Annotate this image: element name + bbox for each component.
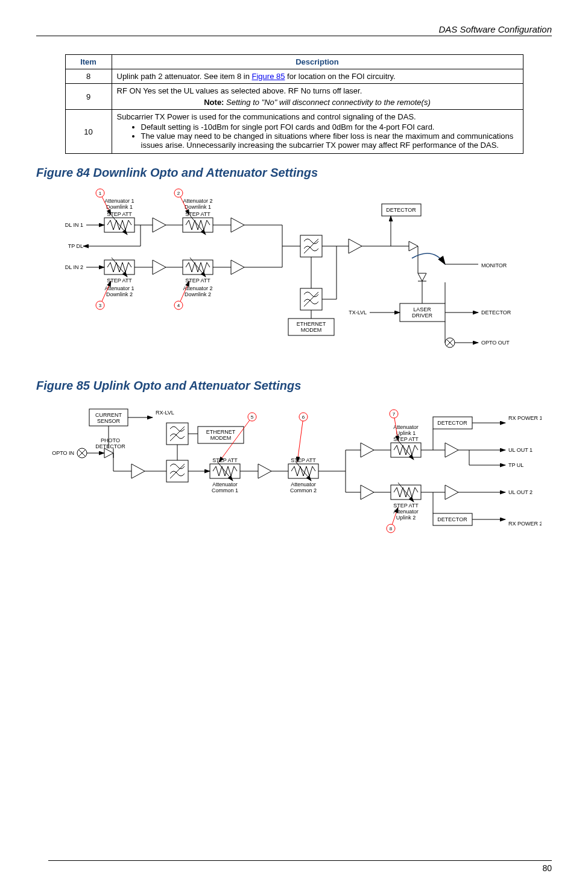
svg-text:Attenuator 1: Attenuator 1 [104, 285, 134, 291]
svg-text:Downlink 1: Downlink 1 [106, 204, 132, 210]
svg-text:7: 7 [392, 411, 395, 417]
figure-85-title: Figure 85 Uplink Opto and Attenuator Set… [36, 379, 552, 393]
cell-desc: RF ON Yes set the UL values as selected … [112, 84, 523, 110]
svg-text:Downlink 1: Downlink 1 [184, 204, 210, 210]
table-row: 9 RF ON Yes set the UL values as selecte… [65, 84, 523, 110]
cell-desc: Subcarrier TX Power is used for the comm… [112, 110, 523, 154]
svg-text:1: 1 [98, 191, 101, 196]
svg-text:UL OUT 2: UL OUT 2 [508, 489, 533, 495]
svg-text:DL IN 1: DL IN 1 [65, 222, 83, 228]
table-row: 8 Uplink path 2 attenuator. See item 8 i… [65, 69, 523, 84]
note-text: Setting to "No" will disconnect connecti… [224, 98, 430, 107]
th-desc: Description [112, 55, 523, 69]
list-item: Default setting is -10dBm for single por… [141, 122, 518, 132]
svg-marker-85 [104, 448, 113, 458]
svg-text:Uplink 1: Uplink 1 [396, 430, 416, 436]
list-item: The value may need to be changed in situ… [141, 132, 518, 150]
svg-text:RX POWER 2: RX POWER 2 [508, 521, 542, 527]
svg-text:CURRENT: CURRENT [95, 412, 122, 418]
svg-text:DETECTOR: DETECTOR [95, 443, 125, 449]
svg-text:LASER: LASER [413, 306, 431, 312]
svg-text:STEP ATT: STEP ATT [185, 278, 210, 284]
figure-84-diagram: DL IN 1 STEP ATT STEP ATT TP DL DL IN 2 … [36, 186, 552, 367]
svg-text:8: 8 [389, 526, 392, 531]
svg-text:Attenuator: Attenuator [212, 481, 238, 487]
svg-text:DETECTOR: DETECTOR [386, 207, 416, 213]
svg-text:MODEM: MODEM [210, 435, 231, 441]
svg-text:RX POWER 1: RX POWER 1 [508, 415, 542, 421]
svg-text:DETECTOR: DETECTOR [481, 309, 511, 316]
svg-text:STEP ATT: STEP ATT [393, 503, 419, 509]
svg-text:Downlink 2: Downlink 2 [106, 291, 132, 297]
svg-text:MODEM: MODEM [300, 327, 321, 333]
svg-marker-36 [409, 241, 418, 251]
svg-text:PHOTO: PHOTO [101, 437, 120, 443]
svg-text:UL OUT 1: UL OUT 1 [508, 447, 533, 453]
svg-text:5: 5 [250, 414, 253, 420]
svg-text:DETECTOR: DETECTOR [437, 420, 467, 426]
svg-text:2: 2 [177, 191, 180, 196]
svg-text:TX-LVL: TX-LVL [349, 309, 367, 316]
svg-text:Downlink 2: Downlink 2 [184, 291, 210, 297]
th-item: Item [65, 55, 112, 69]
svg-text:Common 2: Common 2 [289, 487, 316, 493]
svg-text:Attenuator: Attenuator [291, 481, 316, 487]
svg-text:ETHERNET: ETHERNET [296, 321, 326, 327]
figure-85-diagram: OPTO IN PHOTO DETECTOR CURRENT SENSOR RX… [36, 399, 552, 544]
svg-text:DETECTOR: DETECTOR [437, 516, 467, 522]
figure-link[interactable]: Figure 85 [252, 72, 285, 81]
svg-text:Attenuator: Attenuator [393, 424, 419, 430]
svg-text:STEP ATT: STEP ATT [107, 278, 132, 284]
cell-item: 10 [65, 110, 112, 154]
page-header: DAS Software Configuration [36, 24, 552, 36]
svg-text:STEP ATT: STEP ATT [291, 457, 316, 463]
svg-text:6: 6 [302, 414, 305, 420]
svg-text:SENSOR: SENSOR [96, 418, 120, 424]
cell-item: 9 [65, 84, 112, 110]
svg-text:OPTO OUT: OPTO OUT [481, 340, 510, 346]
svg-text:Attenuator 1: Attenuator 1 [104, 198, 134, 204]
page-number: 80 [542, 863, 552, 873]
svg-text:Uplink 2: Uplink 2 [396, 515, 416, 521]
svg-text:MONITOR: MONITOR [481, 262, 507, 268]
svg-marker-44 [418, 273, 426, 281]
svg-text:Attenuator 2: Attenuator 2 [183, 198, 212, 204]
svg-text:DRIVER: DRIVER [411, 312, 432, 319]
svg-line-145 [297, 417, 303, 462]
svg-text:DL IN 2: DL IN 2 [65, 264, 83, 270]
header-title: DAS Software Configuration [438, 24, 552, 34]
svg-text:4: 4 [177, 303, 180, 308]
svg-text:RX-LVL: RX-LVL [156, 410, 174, 416]
table-row: 10 Subcarrier TX Power is used for the c… [65, 110, 523, 154]
svg-text:3: 3 [98, 303, 101, 308]
cell-item: 8 [65, 69, 112, 84]
figure-84-title: Figure 84 Downlink Opto and Attenuator S… [36, 166, 552, 180]
svg-text:ETHERNET: ETHERNET [206, 429, 235, 435]
svg-text:Attenuator 2: Attenuator 2 [183, 285, 212, 291]
svg-text:OPTO IN: OPTO IN [52, 450, 74, 456]
note-label: Note: [204, 98, 224, 107]
svg-text:TP UL: TP UL [508, 462, 523, 468]
svg-text:STEP ATT: STEP ATT [212, 457, 238, 463]
description-table: Item Description 8 Uplink path 2 attenua… [65, 54, 523, 154]
svg-text:TP DL: TP DL [68, 243, 83, 249]
page-footer: 80 [48, 860, 552, 873]
svg-text:Common 1: Common 1 [211, 487, 238, 493]
cell-desc: Uplink path 2 attenuator. See item 8 in … [112, 69, 523, 84]
